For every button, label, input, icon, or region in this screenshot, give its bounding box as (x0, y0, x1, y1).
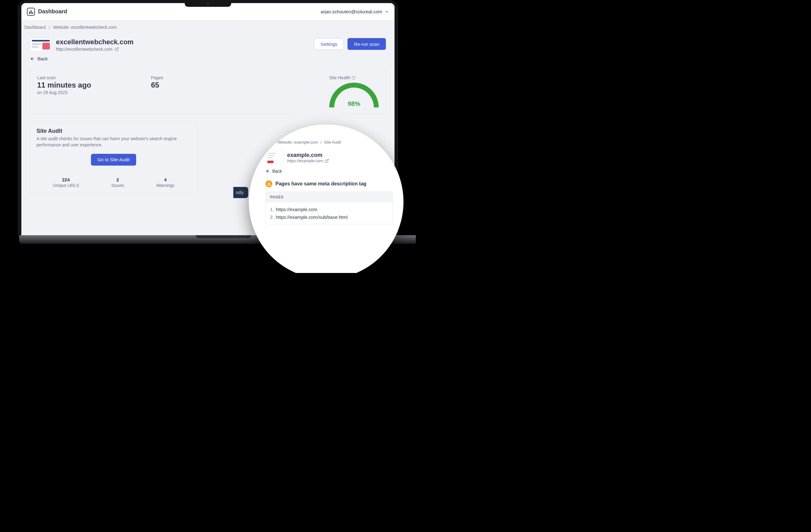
breadcrumb-leaf[interactable]: Site Audit (324, 140, 341, 145)
metric-site-health: Site Health 98% (329, 75, 379, 107)
list-url: https://example.com/sub/base.html (276, 214, 348, 220)
back-label: Back (37, 56, 48, 61)
metrics-card: Last scan 11 minutes ago on 29 Aug 2023 … (30, 69, 386, 114)
arrow-left-icon (265, 169, 271, 173)
audit-title: Site Audit (36, 128, 190, 134)
brand[interactable]: Dashboard (27, 8, 67, 16)
external-link-icon (114, 47, 119, 51)
help-icon[interactable] (352, 76, 355, 80)
zoom-site-header: example.com https://example.com (265, 151, 393, 164)
site-url-link[interactable]: http://excellentwebcheck.com (56, 47, 134, 52)
metric-pages: Pages 65 (151, 75, 265, 89)
metric-label: Last scan (37, 75, 151, 80)
metric-label: Site Health (329, 75, 350, 80)
rerun-scan-button[interactable]: Re-run scan (348, 38, 386, 50)
bar-chart-icon (27, 8, 35, 16)
go-to-site-audit-button[interactable]: Go to Site Audit (91, 154, 136, 166)
stat-value: 224 (52, 177, 79, 182)
svg-line-0 (116, 48, 118, 49)
site-url-text: http://excellentwebcheck.com (56, 47, 113, 52)
issue-title: Pages have same meta description tag (275, 181, 366, 187)
back-button[interactable]: Back (30, 56, 386, 61)
metric-last-scan: Last scan 11 minutes ago on 29 Aug 2023 (37, 75, 151, 95)
site-audit-card: Site Audit A site audit checks for issue… (30, 122, 197, 195)
breadcrumb-mid[interactable]: Website: example.com (277, 140, 318, 145)
laptop-notch (185, 0, 231, 7)
stat-value: 4 (156, 177, 174, 182)
site-name: excellentwebcheck.com (56, 38, 134, 46)
user-email: arjan.schouten@solureal.com (321, 9, 382, 14)
breadcrumb-current[interactable]: Website: excellentwebcheck.com (53, 25, 117, 30)
site-thumbnail (30, 38, 52, 52)
audit-stats: 224 Unique URLS 2 Issues 4 Warnings (36, 172, 190, 188)
list-index: 2. (270, 214, 274, 220)
site-health-gauge: 98% (329, 82, 379, 107)
back-button[interactable]: Back (265, 169, 393, 173)
list-url: https://example.com (276, 207, 318, 212)
zoom-breadcrumb: ard / Website: example.com / Site Audit (265, 140, 393, 145)
stat-label: Warnings (156, 183, 174, 188)
zoom-lens: ard / Website: example.com / Site Audit … (249, 124, 403, 273)
svg-line-4 (326, 159, 328, 161)
stat-issues: 2 Issues (111, 177, 124, 188)
mobile-friendly-chip-partial: ndly (233, 187, 248, 198)
arrow-left-icon (30, 56, 35, 61)
metric-label: Pages (151, 75, 265, 80)
metric-value: 11 minutes ago (37, 81, 151, 89)
breadcrumb-root[interactable]: Dashboard (25, 25, 46, 30)
list-item[interactable]: 1.https://example.com (270, 206, 388, 213)
warning-icon (265, 180, 272, 187)
stat-value: 2 (111, 177, 124, 182)
site-url-link[interactable]: https://example.com (287, 158, 329, 163)
site-thumbnail (265, 151, 284, 164)
chevron-down-icon (385, 10, 389, 14)
pages-list: 1.https://example.com2.https://example.c… (266, 202, 393, 224)
pages-header: PAGES (266, 192, 393, 202)
pages-card: PAGES 1.https://example.com2.https://exa… (265, 192, 393, 224)
site-header: excellentwebcheck.com http://excellentwe… (30, 38, 386, 52)
external-link-icon (325, 159, 329, 163)
list-index: 1. (270, 207, 274, 212)
stat-warnings: 4 Warnings (156, 177, 174, 188)
gauge-percent: 98% (329, 100, 379, 107)
stat-label: Issues (111, 183, 124, 188)
app-title: Dashboard (38, 9, 67, 15)
stat-unique-urls: 224 Unique URLS (52, 177, 79, 188)
metric-sub: on 29 Aug 2023 (37, 90, 151, 95)
stat-label: Unique URLS (52, 183, 79, 188)
breadcrumb: Dashboard / Website: excellentwebcheck.c… (21, 20, 395, 33)
issue-row: Pages have same meta description tag (265, 180, 393, 187)
back-label: Back (272, 169, 282, 173)
user-menu[interactable]: arjan.schouten@solureal.com (321, 9, 389, 14)
settings-button[interactable]: Settings (314, 38, 344, 50)
audit-description: A site audit checks for issues that can … (36, 136, 190, 148)
camera-icon (207, 2, 209, 4)
site-name: example.com (287, 152, 329, 158)
site-url-text: https://example.com (287, 158, 323, 163)
metric-value: 65 (151, 81, 265, 89)
breadcrumb-separator: / (49, 25, 50, 30)
list-item[interactable]: 2.https://example.com/sub/base.html (270, 213, 388, 221)
